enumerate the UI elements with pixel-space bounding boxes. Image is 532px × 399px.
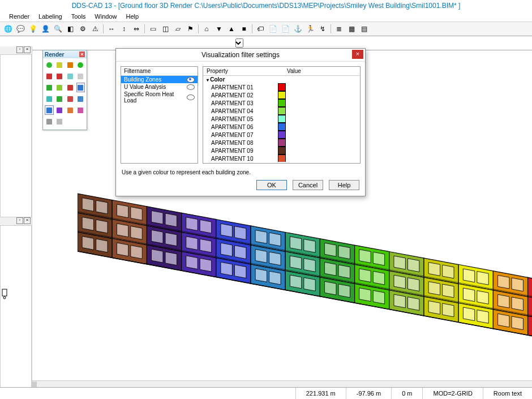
property-row[interactable]: APARTMENT 10	[203, 155, 360, 162]
dim-h-icon[interactable]: ↔	[106, 23, 117, 35]
property-row[interactable]: APARTMENT 02	[203, 91, 360, 99]
funnel-icon[interactable]: ▼	[213, 23, 225, 35]
property-row[interactable]: APARTMENT 05	[203, 115, 360, 123]
tag-icon[interactable]: 🏷	[255, 23, 266, 35]
note-icon[interactable]: 📄	[267, 23, 278, 35]
rect-grey[interactable]	[45, 117, 54, 126]
grid-blue[interactable]	[45, 105, 54, 115]
play-green[interactable]	[55, 94, 65, 104]
dim-v-icon[interactable]: ↕	[118, 23, 130, 35]
eye-icon[interactable]	[187, 95, 195, 100]
filter-item[interactable]: Specific Room Heat Load	[121, 91, 198, 104]
box-yellow[interactable]	[55, 60, 65, 70]
menu-window[interactable]: Window	[90, 11, 121, 22]
user-icon[interactable]: 👤	[40, 23, 51, 35]
filter-list[interactable]: Filtername Building ZonesU Value Analysi…	[121, 66, 198, 164]
property-row[interactable]: APARTMENT 08	[203, 139, 360, 147]
color-swatch[interactable]	[278, 139, 286, 147]
help-button[interactable]: Help	[329, 180, 359, 190]
stop-icon[interactable]: ■	[238, 23, 250, 35]
grid-icon[interactable]: ▦	[346, 23, 357, 35]
home-icon[interactable]: ⌂	[201, 23, 212, 35]
cube-red[interactable]	[45, 71, 54, 81]
filter-item[interactable]: Building Zones	[121, 76, 198, 83]
cloud-blue[interactable]	[76, 94, 85, 104]
search-icon[interactable]: 🔍	[52, 23, 63, 35]
cancel-button[interactable]: Cancel	[293, 180, 323, 190]
flag-icon[interactable]: ⚑	[185, 23, 196, 35]
list-icon[interactable]: ≣	[333, 23, 345, 35]
building-render	[78, 182, 532, 386]
note-add-icon[interactable]: 📄	[280, 23, 291, 35]
up-icon[interactable]: ▲	[226, 23, 237, 35]
color-swatch[interactable]	[278, 83, 286, 91]
crop-icon[interactable]: ◫	[160, 23, 171, 35]
anchor-icon[interactable]: ⚓	[292, 23, 303, 35]
ring-green[interactable]	[76, 60, 85, 70]
cyl-orange[interactable]	[66, 60, 75, 70]
rect-light[interactable]	[55, 117, 65, 126]
pin-icon[interactable]: ◦	[16, 217, 23, 224]
color-swatch[interactable]	[278, 123, 286, 131]
plane-red[interactable]	[66, 94, 75, 104]
eye-icon[interactable]	[187, 84, 195, 90]
color-swatch[interactable]	[278, 131, 286, 139]
spark-lime[interactable]	[55, 83, 65, 92]
property-row[interactable]: APARTMENT 03	[203, 99, 360, 107]
filter-item[interactable]: U Value Analysis	[121, 83, 198, 91]
menu-tools[interactable]: Tools	[67, 11, 91, 22]
property-group-color[interactable]: Color	[203, 76, 360, 83]
route-icon[interactable]: ↯	[317, 23, 328, 35]
waves-pink[interactable]	[76, 105, 85, 115]
render-palette-title[interactable]: Render ×	[43, 50, 87, 58]
color-swatch[interactable]	[278, 91, 286, 99]
bulb-icon[interactable]: 💡	[27, 23, 38, 35]
globe-icon[interactable]: 🌐	[2, 23, 14, 35]
empty-grey[interactable]	[76, 71, 85, 81]
spark-green[interactable]	[45, 83, 54, 92]
color-swatch[interactable]	[278, 115, 286, 123]
property-row-label: APARTMENT 03	[211, 100, 278, 106]
menu-help[interactable]: Help	[121, 11, 143, 22]
layers-cyan[interactable]	[45, 94, 54, 104]
close-icon[interactable]: ×	[352, 50, 363, 59]
close-icon[interactable]: ×	[24, 46, 31, 53]
menu-render[interactable]: Render	[5, 11, 34, 22]
comment-icon[interactable]: 💬	[15, 23, 26, 35]
dim-chain-icon[interactable]: ⇔	[131, 23, 142, 35]
dots-purple[interactable]	[55, 105, 65, 115]
property-row[interactable]: APARTMENT 07	[203, 131, 360, 139]
close-icon[interactable]: ×	[24, 217, 31, 224]
eye-icon[interactable]	[187, 77, 195, 83]
property-header: Property	[203, 67, 284, 75]
empty-icon	[76, 117, 85, 126]
property-row[interactable]: APARTMENT 04	[203, 107, 360, 115]
bars-orange[interactable]	[66, 105, 75, 115]
color-swatch[interactable]	[278, 107, 286, 115]
menu-labeling[interactable]: Labeling	[34, 11, 67, 22]
color-swatch[interactable]	[278, 155, 286, 162]
close-icon[interactable]: ×	[79, 52, 85, 57]
render-palette[interactable]: Render ×	[42, 50, 87, 130]
roi-icon[interactable]: ▭	[147, 23, 158, 35]
property-row[interactable]: APARTMENT 06	[203, 123, 360, 131]
pin-icon[interactable]: ◦	[16, 46, 23, 53]
warning-icon[interactable]: ⚠	[89, 23, 101, 35]
tiles-icon[interactable]: ▤	[358, 23, 370, 35]
gear-icon[interactable]: ⚙	[77, 23, 88, 35]
cube-icon[interactable]: ◧	[65, 23, 76, 35]
cyl-cyan[interactable]	[66, 71, 75, 81]
cube-red2[interactable]	[55, 71, 65, 81]
property-panel[interactable]: Property Value Color APARTMENT 01APARTME…	[203, 66, 361, 164]
sphere-green[interactable]	[45, 60, 54, 70]
status-z: 0 m	[391, 388, 422, 399]
color-swatch[interactable]	[278, 147, 286, 155]
plane-icon[interactable]: ▱	[172, 23, 183, 35]
property-row[interactable]: APARTMENT 09	[203, 147, 360, 155]
ok-button[interactable]: OK	[256, 180, 287, 190]
property-row[interactable]: APARTMENT 01	[203, 83, 360, 91]
run-icon[interactable]: 🏃	[304, 23, 316, 35]
mesh-blue[interactable]	[76, 83, 85, 92]
color-swatch[interactable]	[278, 99, 286, 107]
x-red[interactable]	[66, 83, 75, 92]
